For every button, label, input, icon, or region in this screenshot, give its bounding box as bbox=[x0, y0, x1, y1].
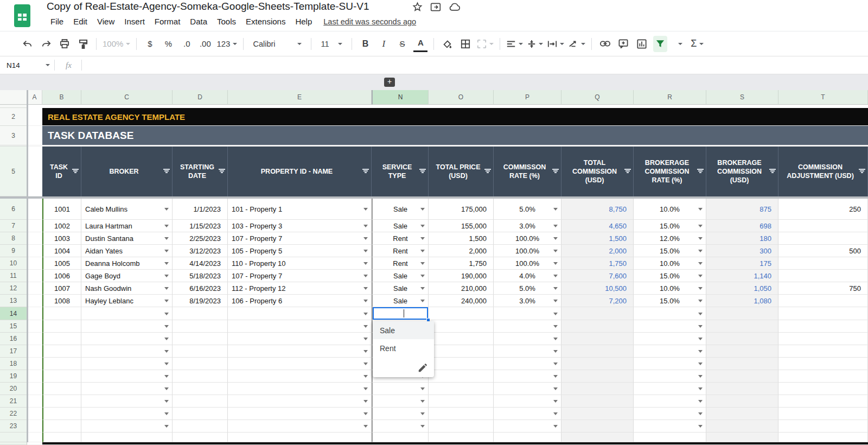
cell-S9[interactable]: 300 bbox=[706, 245, 778, 257]
cell-P13[interactable]: 3.0% bbox=[494, 295, 561, 307]
row-header-23[interactable]: 23 bbox=[0, 420, 27, 433]
menu-format[interactable]: Format bbox=[150, 16, 186, 27]
row-header-11[interactable]: 11 bbox=[0, 270, 27, 282]
dropdown-arrow-icon[interactable] bbox=[363, 262, 368, 265]
cell-R6[interactable]: 10.0% bbox=[634, 199, 706, 220]
cell-O16[interactable] bbox=[429, 333, 494, 345]
cell-P17[interactable] bbox=[494, 345, 561, 358]
edit-pencil-icon[interactable] bbox=[418, 363, 427, 373]
cell-S23[interactable] bbox=[706, 420, 778, 433]
cell-S12[interactable]: 1,050 bbox=[706, 282, 778, 295]
cell-S7[interactable]: 698 bbox=[706, 220, 778, 232]
functions-button[interactable]: Σ bbox=[690, 36, 704, 52]
dropdown-arrow-icon[interactable] bbox=[698, 250, 703, 252]
cell-N13[interactable]: Sale bbox=[372, 295, 429, 307]
format-currency-button[interactable]: $ bbox=[143, 36, 157, 52]
dropdown-arrow-icon[interactable] bbox=[164, 300, 169, 302]
cell-Q20[interactable] bbox=[561, 383, 634, 395]
cell-O9[interactable]: 2,000 bbox=[429, 245, 494, 257]
merge-cells-button[interactable] bbox=[477, 36, 494, 52]
dropdown-arrow-icon[interactable] bbox=[553, 208, 558, 211]
cell-E24[interactable] bbox=[228, 433, 372, 442]
horizontal-align-button[interactable] bbox=[506, 36, 523, 52]
header-cell-P[interactable]: COMMISSON RATE (%) bbox=[494, 147, 561, 196]
row-header-17[interactable]: 17 bbox=[0, 345, 27, 358]
cell-R12[interactable]: 10.0% bbox=[634, 282, 706, 295]
header-cell-R[interactable]: BROKERAGE COMMISSION RATE (%) bbox=[634, 147, 706, 196]
sheets-logo-icon[interactable] bbox=[13, 4, 31, 28]
row-header-8[interactable]: 8 bbox=[0, 232, 27, 245]
dropdown-option-rent[interactable]: Rent bbox=[373, 339, 434, 357]
cell-B7[interactable]: 1002 bbox=[42, 220, 81, 232]
cell-T12[interactable]: 750 bbox=[778, 282, 868, 295]
cell-Q11[interactable]: 7,600 bbox=[561, 270, 634, 282]
cell-T18[interactable] bbox=[778, 358, 868, 370]
cell-B18[interactable] bbox=[42, 358, 81, 370]
row-header-7[interactable]: 7 bbox=[0, 220, 27, 232]
select-all-corner[interactable] bbox=[0, 90, 27, 105]
dropdown-arrow-icon[interactable] bbox=[363, 313, 368, 315]
dropdown-arrow-icon[interactable] bbox=[363, 237, 368, 240]
dropdown-arrow-icon[interactable] bbox=[420, 387, 425, 390]
cell-C10[interactable]: Deanna Holcomb bbox=[81, 257, 173, 270]
column-header-E[interactable]: E bbox=[228, 90, 372, 105]
row-header-18[interactable]: 18 bbox=[0, 358, 27, 370]
cell-Q6[interactable]: 8,750 bbox=[561, 199, 634, 220]
dropdown-arrow-icon[interactable] bbox=[420, 208, 425, 211]
paint-format-button[interactable] bbox=[76, 36, 90, 52]
dropdown-arrow-icon[interactable] bbox=[164, 313, 169, 315]
cell-P11[interactable]: 4.0% bbox=[494, 270, 561, 282]
cell-P18[interactable] bbox=[494, 358, 561, 370]
cell-N24[interactable] bbox=[372, 433, 429, 442]
cell-B19[interactable] bbox=[42, 370, 81, 383]
cell-R20[interactable] bbox=[634, 383, 706, 395]
header-cell-T[interactable]: COMMISSION ADJUSTMENT (USD) bbox=[778, 147, 868, 196]
more-formats-button[interactable]: 123 bbox=[216, 36, 237, 52]
redo-button[interactable] bbox=[39, 36, 53, 52]
filter-icon[interactable] bbox=[362, 169, 369, 174]
cell-C8[interactable]: Dustin Santana bbox=[81, 232, 173, 245]
header-cell-D[interactable]: STARTING DATE bbox=[173, 147, 228, 196]
cell-E18[interactable] bbox=[228, 358, 372, 370]
row-header-15[interactable]: 15 bbox=[0, 320, 27, 333]
dropdown-arrow-icon[interactable] bbox=[164, 400, 169, 403]
cell-D13[interactable]: 8/19/2023 bbox=[173, 295, 228, 307]
cell-O8[interactable]: 1,500 bbox=[429, 232, 494, 245]
cell-B6[interactable]: 1001 bbox=[42, 199, 81, 220]
cell-E21[interactable] bbox=[228, 395, 372, 408]
dropdown-arrow-icon[interactable] bbox=[698, 325, 703, 328]
row-header-19[interactable]: 19 bbox=[0, 370, 27, 383]
borders-button[interactable] bbox=[458, 36, 473, 52]
cell-Q22[interactable] bbox=[561, 408, 634, 420]
row-header-blank[interactable] bbox=[0, 442, 27, 445]
cell-B9[interactable]: 1004 bbox=[42, 245, 81, 257]
text-wrap-button[interactable] bbox=[547, 36, 564, 52]
dropdown-arrow-icon[interactable] bbox=[698, 225, 703, 227]
cell-T10[interactable] bbox=[778, 257, 868, 270]
cell-Q21[interactable] bbox=[561, 395, 634, 408]
cell-T20[interactable] bbox=[778, 383, 868, 395]
dropdown-arrow-icon[interactable] bbox=[698, 412, 703, 415]
dropdown-arrow-icon[interactable] bbox=[363, 300, 368, 302]
cell-N20[interactable] bbox=[372, 383, 429, 395]
cell-S14[interactable] bbox=[706, 307, 778, 320]
cell-O17[interactable] bbox=[429, 345, 494, 358]
dropdown-arrow-icon[interactable] bbox=[698, 400, 703, 403]
cell-C18[interactable] bbox=[81, 358, 173, 370]
cell-O6[interactable]: 175,000 bbox=[429, 199, 494, 220]
cell-O12[interactable]: 210,000 bbox=[429, 282, 494, 295]
cell-T21[interactable] bbox=[778, 395, 868, 408]
cell-T15[interactable] bbox=[778, 320, 868, 333]
cell-R23[interactable] bbox=[634, 420, 706, 433]
text-color-button[interactable]: A bbox=[413, 36, 427, 52]
row-header-16[interactable]: 16 bbox=[0, 333, 27, 345]
fill-color-button[interactable] bbox=[440, 36, 454, 52]
cell-B11[interactable]: 1006 bbox=[42, 270, 81, 282]
dropdown-arrow-icon[interactable] bbox=[698, 425, 703, 428]
column-header-O[interactable]: O bbox=[429, 90, 494, 105]
header-cell-B[interactable]: TASK ID bbox=[42, 147, 81, 196]
column-header-N[interactable]: N bbox=[372, 90, 429, 105]
cell-R17[interactable] bbox=[634, 345, 706, 358]
dropdown-arrow-icon[interactable] bbox=[164, 338, 169, 340]
cell-Q19[interactable] bbox=[561, 370, 634, 383]
